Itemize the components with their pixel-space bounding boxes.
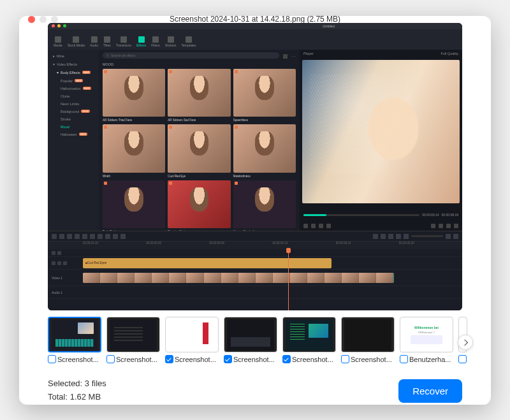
snapshot-icon (431, 224, 435, 228)
effects-grid: AR Stickers Triad FaceAR Stickers Sad Fa… (103, 69, 296, 229)
titlebar: Screenshot 2024-10-31 at 14.42.18.png (2… (19, 16, 491, 23)
next-icon (319, 224, 323, 228)
recover-button[interactable]: Recover (398, 379, 462, 403)
file-name: Screenshot... (292, 356, 336, 363)
file-thumbnail[interactable] (341, 317, 395, 352)
file-checkbox[interactable] (341, 355, 349, 363)
video-clip (83, 273, 394, 283)
preview-panel: Player Full Quality 00:00:03:14 00:00:08… (300, 50, 462, 231)
file-thumbnail[interactable]: Willkommen beiPDFelement !! (400, 317, 453, 352)
file-name: Benutzerha... (409, 356, 453, 363)
crop-icon (446, 224, 451, 228)
quality-dropdown: Full Quality (441, 52, 458, 55)
file-label[interactable]: Screenshot... (341, 355, 395, 363)
editor-tab-media: Media (52, 36, 64, 47)
sidebar-item-clone: Clone (50, 92, 96, 100)
file-item[interactable]: Screenshot... (224, 317, 277, 363)
file-item[interactable]: Screenshot... (165, 317, 219, 363)
file-thumbnail[interactable] (224, 317, 277, 352)
file-thumbnail[interactable] (165, 317, 219, 352)
file-thumbnail[interactable] (48, 317, 101, 352)
effect-thumb: AR Stickers Sad Face (168, 69, 230, 117)
sidebar-mine: ▸ Mine (50, 52, 96, 60)
file-name: Screenshot... (351, 356, 395, 363)
editor-toolbar: MediaStock MediaAudioTitlesTransitionsEf… (48, 29, 462, 50)
fx-clip: ◙ Cool Red Eye ♥ (83, 258, 332, 268)
file-checkbox[interactable] (165, 355, 173, 363)
file-label[interactable]: Screenshot... (282, 355, 336, 363)
sidebar-items: Popular NEWHallucination NEWCloneNeon Li… (50, 77, 96, 138)
stats: Selected: 3 files Total: 1.62 MB (48, 377, 106, 404)
file-name: Screenshot... (233, 356, 277, 363)
sidebar-item-stroke: Stroke (50, 115, 96, 123)
editor-tab-effects: Effects (135, 36, 148, 47)
effects-search: ⚲ Search all effects (103, 52, 279, 59)
category-heading: MOOD (103, 62, 296, 66)
effect-thumb: Cool Red Eye (168, 124, 230, 173)
thumbnails-scroll[interactable]: Screenshot...Screenshot...Screenshot...S… (48, 317, 478, 363)
editor-tabs: MediaStock MediaAudioTitlesTransitionsEf… (48, 29, 201, 50)
file-checkbox[interactable] (400, 355, 408, 363)
sidebar-video-effects: ▾ Video Effects (50, 61, 96, 68)
editor-tab-templates: Templates (180, 36, 198, 47)
file-item[interactable]: Screenshot... (106, 317, 160, 363)
scrubber (303, 214, 419, 216)
file-name: Screenshot... (116, 356, 160, 363)
sidebar-item-hallucination: Hallucination NEW (50, 85, 96, 92)
file-label[interactable]: Screenshot... (224, 355, 277, 363)
playhead (288, 249, 289, 310)
editor-tab-stickers: Stickers (163, 36, 178, 47)
timeline-tools (48, 231, 462, 242)
file-item[interactable]: Screenshot... (282, 317, 336, 363)
editor-titlebar: Untitled (48, 23, 462, 29)
file-thumbnail[interactable] (106, 317, 160, 352)
fullscreen-icon (454, 224, 458, 228)
file-label[interactable]: Screenshot... (106, 355, 160, 363)
file-preview: Untitled MediaStock MediaAudioTitlesTran… (19, 23, 491, 311)
file-name: Screenshot... (175, 356, 219, 363)
file-item[interactable]: Screenshot... (341, 317, 395, 363)
sidebar-item-popular: Popular NEW (50, 77, 96, 85)
sidebar-item-neon-limbs: Neon Limbs (50, 100, 96, 108)
effect-thumb: Wrath (103, 124, 165, 173)
file-checkbox[interactable] (224, 355, 232, 363)
footer: Selected: 3 files Total: 1.62 MB Recover (19, 368, 491, 404)
sidebar-item-halloween: Halloween NEW (50, 131, 96, 138)
audio-track-label: Audio 1 (48, 291, 83, 294)
file-label[interactable]: Screenshot... (165, 355, 219, 363)
thumbnails-row: Screenshot...Screenshot...Screenshot...S… (19, 310, 491, 366)
marker-icon (439, 224, 443, 228)
file-checkbox[interactable] (282, 355, 291, 363)
effect-thumb: Surprise Alert (168, 180, 230, 229)
project-title: Untitled (323, 24, 335, 28)
selected-count: Selected: 3 files (48, 377, 106, 391)
more-icon: ⋯ (291, 54, 296, 59)
file-checkbox[interactable] (458, 355, 467, 363)
stop-icon (326, 224, 331, 228)
file-item[interactable]: Screenshot... (48, 317, 101, 363)
effect-thumb: Human Cracked (233, 180, 296, 229)
time-current: 00:00:03:14 (422, 213, 439, 217)
effect-thumb: Mawkishness (233, 124, 296, 173)
effect-thumb: Dark Circles (103, 180, 165, 229)
file-checkbox[interactable] (48, 355, 56, 363)
sidebar-item-background: Background NEW (50, 108, 96, 115)
editor-tab-audio: Audio (88, 36, 100, 47)
timeline: 00:00:04:1900:00:05:0000:00:05:0500:00:0… (48, 231, 462, 310)
total-size: Total: 1.62 MB (48, 391, 106, 404)
file-thumbnail[interactable] (282, 317, 336, 352)
sidebar-body-effects: ▾ Body Effects NEW (50, 69, 96, 76)
editor-tab-titles: Titles (101, 36, 113, 47)
video-editor-screenshot: Untitled MediaStock MediaAudioTitlesTran… (48, 23, 462, 311)
file-label[interactable]: Benutzerha... (400, 355, 453, 363)
file-item[interactable]: Willkommen beiPDFelement !!Benutzerha... (400, 317, 453, 363)
window-title: Screenshot 2024-10-31 at 14.42.18.png (2… (19, 16, 491, 24)
effects-sidebar: ▸ Mine ▾ Video Effects ▾ Body Effects NE… (48, 50, 99, 231)
editor-tab-filters: Filters (149, 36, 162, 47)
file-name: Screenshot... (57, 356, 101, 363)
file-label[interactable]: Screenshot... (48, 355, 101, 363)
timeline-ruler: 00:00:04:1900:00:05:0000:00:05:0500:00:0… (48, 242, 462, 249)
player-label: Player (303, 52, 314, 55)
playback-controls (300, 224, 462, 231)
file-checkbox[interactable] (106, 355, 115, 363)
